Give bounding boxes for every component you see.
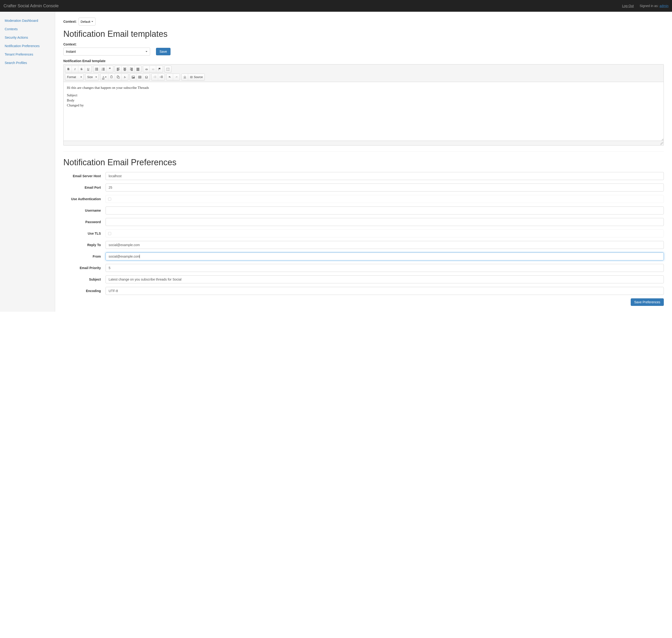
save-template-button[interactable]: Save	[156, 48, 170, 55]
text-color-dropdown[interactable]	[100, 74, 108, 80]
unlink-button[interactable]	[150, 66, 156, 72]
svg-rect-7	[102, 68, 104, 68]
svg-point-0	[95, 68, 96, 68]
context-label: Context:	[63, 20, 77, 23]
svg-rect-31	[117, 75, 118, 76]
signed-in-label: Signed in as: admin	[640, 4, 669, 8]
outdent-button[interactable]	[151, 74, 158, 80]
priority-label: Email Priority	[63, 266, 105, 270]
sidebar-contexts[interactable]: Contexts	[0, 25, 55, 33]
svg-rect-41	[154, 77, 156, 77]
preferences-form: Email Server Host Email Port Use Authent…	[63, 172, 664, 306]
align-left-button[interactable]	[115, 66, 121, 72]
svg-rect-13	[117, 69, 118, 69]
italic-button[interactable]: I	[72, 66, 78, 72]
show-blocks-button[interactable]	[182, 74, 188, 80]
svg-rect-28	[111, 76, 112, 78]
signed-in-user-link[interactable]: admin	[659, 4, 669, 8]
logout-link[interactable]: Log Out	[622, 4, 634, 8]
align-center-button[interactable]	[121, 66, 128, 72]
svg-rect-44	[161, 77, 163, 77]
editor-footer	[64, 141, 663, 145]
editor-content-area[interactable]: Hi this are changes that happen on your …	[64, 82, 663, 138]
editor-label: Notification Email template	[63, 59, 664, 63]
sidebar: Moderation DashboardContextsSecurity Act…	[0, 12, 55, 312]
indent-button[interactable]	[158, 74, 165, 80]
context-select[interactable]: Default	[79, 18, 96, 26]
port-label: Email Port	[63, 186, 105, 189]
tls-checkbox[interactable]	[108, 232, 111, 235]
flag-button[interactable]	[156, 66, 163, 72]
subject-label: Subject	[63, 278, 105, 281]
priority-input[interactable]	[105, 264, 664, 272]
svg-rect-43	[161, 76, 163, 76]
svg-rect-42	[154, 78, 156, 78]
source-button[interactable]: Source	[188, 74, 204, 80]
replyto-input[interactable]	[105, 241, 664, 249]
svg-rect-12	[117, 68, 119, 68]
bulleted-list-button[interactable]	[93, 66, 100, 72]
svg-rect-45	[161, 78, 163, 78]
maximize-button[interactable]	[165, 66, 171, 72]
rich-text-editor: B I S U 123 ”	[63, 64, 664, 146]
subject-input[interactable]	[105, 275, 664, 283]
image-button[interactable]	[130, 74, 136, 80]
tls-label: Use TLS	[63, 232, 105, 235]
app-title: Crafter Social Admin Console	[3, 3, 59, 9]
svg-text:3: 3	[101, 70, 102, 71]
undo-button[interactable]	[166, 74, 173, 80]
svg-rect-40	[154, 76, 156, 76]
svg-rect-24	[136, 68, 139, 68]
port-input[interactable]	[105, 184, 664, 191]
templates-heading: Notification Email templates	[63, 29, 664, 39]
save-preferences-button[interactable]: Save Preferences	[631, 298, 664, 306]
strikethrough-button[interactable]: S	[78, 66, 85, 72]
encoding-label: Encoding	[63, 289, 105, 293]
numbered-list-button[interactable]: 123	[100, 66, 106, 72]
remove-format-button[interactable]: Ix	[121, 74, 128, 80]
svg-rect-16	[123, 68, 126, 68]
svg-point-2	[95, 69, 96, 69]
svg-rect-11	[102, 70, 104, 70]
size-dropdown[interactable]: Size	[85, 74, 99, 80]
password-input[interactable]	[105, 218, 664, 226]
svg-rect-1	[96, 68, 98, 68]
template-context-select[interactable]: Instant	[63, 48, 150, 55]
paste-formatting-button[interactable]	[115, 74, 121, 80]
from-input[interactable]: social@example.com	[105, 252, 664, 261]
sidebar-tenant-preferences[interactable]: Tenant Preferences	[0, 50, 55, 58]
host-input[interactable]	[105, 172, 664, 180]
table-button[interactable]	[136, 74, 143, 80]
svg-point-4	[95, 70, 96, 70]
svg-rect-20	[130, 68, 132, 68]
svg-rect-17	[124, 69, 126, 69]
svg-rect-29	[111, 75, 112, 76]
underline-button[interactable]: U	[85, 66, 92, 72]
sidebar-moderation-dashboard[interactable]: Moderation Dashboard	[0, 16, 55, 25]
host-label: Email Server Host	[63, 174, 105, 178]
svg-rect-32	[118, 77, 119, 78]
preferences-heading: Notification Email Preferences	[63, 157, 664, 167]
sidebar-security-actions[interactable]: Security Actions	[0, 33, 55, 42]
password-label: Password	[63, 220, 105, 224]
special-char-button[interactable]: Ω	[143, 74, 150, 80]
svg-rect-21	[131, 69, 133, 69]
copy-formatting-button[interactable]	[108, 74, 115, 80]
format-dropdown[interactable]: Format	[65, 74, 83, 80]
redo-button[interactable]	[173, 74, 180, 80]
username-input[interactable]	[105, 206, 664, 215]
replyto-label: Reply To	[63, 243, 105, 247]
sidebar-search-profiles[interactable]: Search Profiles	[0, 58, 55, 67]
bold-button[interactable]: B	[65, 66, 72, 72]
resize-handle[interactable]	[660, 142, 663, 145]
encoding-input[interactable]	[105, 287, 664, 295]
blockquote-button[interactable]: ”	[106, 66, 113, 72]
svg-rect-35	[138, 76, 141, 78]
link-button[interactable]	[143, 66, 150, 72]
align-justify-button[interactable]	[135, 66, 141, 72]
align-right-button[interactable]	[128, 66, 135, 72]
template-context-label: Context:	[63, 43, 664, 46]
auth-checkbox[interactable]	[108, 198, 111, 201]
editor-toolbar: B I S U 123 ”	[64, 65, 663, 82]
sidebar-notification-preferences[interactable]: Notification Preferences	[0, 42, 55, 50]
